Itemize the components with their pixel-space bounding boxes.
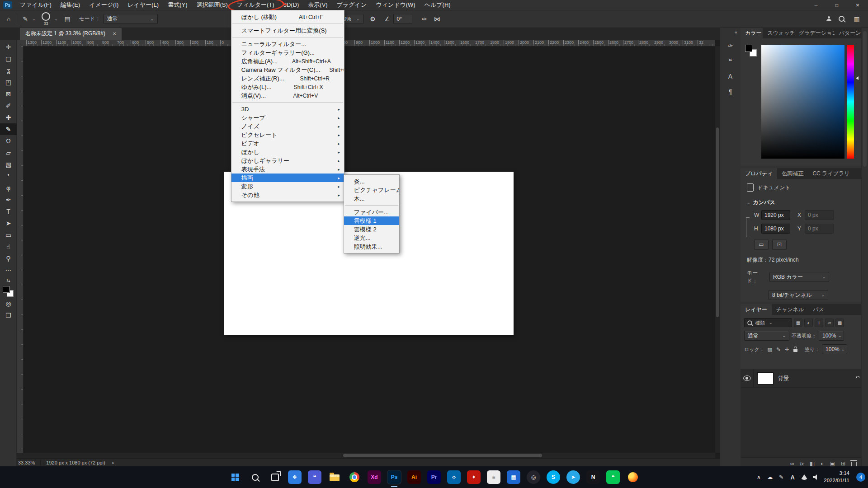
filter-menu-item[interactable]: スマートフィルター用に変換(S) bbox=[231, 26, 344, 35]
horizontal-ruler[interactable]: 1300 1200 1100 1000 900 800 700 600 500 … bbox=[23, 40, 715, 47]
filter-menu-item[interactable]: ニューラルフィルター... bbox=[231, 40, 344, 48]
filter-menu-item[interactable] bbox=[232, 37, 343, 38]
vertical-scrollbar[interactable] bbox=[715, 46, 720, 453]
obs-button[interactable]: ◎ bbox=[524, 466, 543, 488]
zoom-level-field[interactable]: 33.33% bbox=[18, 460, 35, 465]
filter-menu-item[interactable]: 変形 ▸ bbox=[231, 182, 344, 191]
menu-file[interactable]: ファイル(F) bbox=[15, 0, 56, 10]
document-tab[interactable]: 名称未設定 1 @ 33.3% (RGB/8#) ✕ bbox=[20, 28, 122, 40]
render-submenu-item[interactable]: ピクチャフレーム... bbox=[344, 186, 399, 194]
zoom-tool[interactable]: ⚲ bbox=[0, 253, 17, 264]
workspace-switcher-icon[interactable]: ▥ bbox=[852, 13, 862, 25]
filter-menu-item[interactable]: ゆがみ(L)... Shift+Ctrl+X bbox=[231, 83, 344, 91]
menu-window[interactable]: ウィンドウ(W) bbox=[371, 0, 420, 10]
wifi-icon[interactable] bbox=[801, 474, 808, 480]
scrollbar-thumb[interactable] bbox=[343, 454, 542, 457]
filter-shape-layers-icon[interactable]: ▱ bbox=[825, 319, 834, 327]
layer-thumbnail[interactable] bbox=[757, 372, 774, 385]
filter-type-layers-icon[interactable]: T bbox=[815, 319, 823, 327]
color-mode-select[interactable]: RGB カラー ⌄ bbox=[769, 272, 829, 282]
adobe-xd-button[interactable]: Xd bbox=[364, 466, 384, 488]
lock-position-icon[interactable]: ✛ bbox=[784, 347, 790, 352]
ime-mode-indicator[interactable]: A bbox=[789, 474, 796, 481]
telegram-button[interactable]: ➤ bbox=[563, 466, 583, 488]
clone-stamp-tool[interactable]: Ω bbox=[0, 135, 17, 147]
tab-gradients[interactable]: グラデーション bbox=[794, 28, 835, 38]
filter-adjustment-layers-icon[interactable]: ◐ bbox=[804, 319, 813, 327]
filter-menu-item[interactable]: 広角補正(A)... Alt+Shift+Ctrl+A bbox=[231, 57, 344, 66]
bit-depth-select[interactable]: 8 bit/チャンネル ⌄ bbox=[769, 290, 828, 300]
photoshop-button[interactable]: Ps bbox=[384, 466, 404, 488]
pen-icon[interactable]: ✎ bbox=[778, 474, 784, 480]
start-button[interactable] bbox=[225, 466, 245, 488]
crop-tool[interactable]: ◰ bbox=[0, 76, 17, 88]
render-submenu-item[interactable]: 雲模様 2 bbox=[344, 225, 399, 234]
tab-paths[interactable]: パス bbox=[808, 304, 829, 315]
line-button[interactable]: ❝ bbox=[603, 466, 623, 488]
filter-menu-item[interactable]: フィルターギャラリー(G)... bbox=[231, 48, 344, 57]
path-selection-tool[interactable]: ➤ bbox=[0, 217, 17, 229]
expand-panels-icon[interactable]: « bbox=[735, 29, 737, 37]
scrollbar-thumb[interactable] bbox=[863, 31, 867, 167]
search-button[interactable] bbox=[245, 466, 265, 488]
maximize-button[interactable]: □ bbox=[826, 0, 847, 10]
healing-brush-tool[interactable]: ✚ bbox=[0, 112, 17, 123]
pen-tool[interactable]: ✒ bbox=[0, 194, 17, 206]
comments-panel-icon[interactable]: ❝ bbox=[724, 55, 737, 67]
saturation-brightness-field[interactable] bbox=[761, 45, 844, 159]
menu-edit[interactable]: 編集(E) bbox=[56, 0, 85, 10]
tab-channels[interactable]: チャンネル bbox=[772, 304, 808, 315]
panel-scrollbar[interactable] bbox=[861, 28, 868, 466]
fill-select[interactable]: 100% ⌄ bbox=[822, 344, 847, 354]
speaker-icon[interactable] bbox=[813, 474, 819, 480]
render-submenu-item[interactable]: 炎... bbox=[344, 177, 399, 186]
brush-settings-toggle-icon[interactable]: ▤ bbox=[62, 13, 72, 25]
menu-help[interactable]: ヘルプ(H) bbox=[420, 0, 455, 10]
red-app-button[interactable]: ✦ bbox=[464, 466, 484, 488]
hidden-icons-chevron[interactable]: ∧ bbox=[755, 474, 762, 480]
menu-layer[interactable]: レイヤー(L) bbox=[123, 0, 163, 10]
file-explorer-button[interactable] bbox=[325, 466, 344, 488]
chat-button[interactable]: ❝ bbox=[305, 466, 325, 488]
opacity-select[interactable]: 100% ⌄ bbox=[819, 331, 844, 341]
menu-3d[interactable]: 3D(D) bbox=[279, 0, 304, 10]
firefox-button[interactable] bbox=[623, 466, 643, 488]
filter-menu-item[interactable]: ノイズ ▸ bbox=[231, 122, 344, 131]
render-submenu-item[interactable]: 照明効果... bbox=[344, 242, 399, 251]
illustrator-button[interactable]: Ai bbox=[404, 466, 424, 488]
eraser-tool[interactable]: ▱ bbox=[0, 147, 17, 159]
lasso-tool[interactable]: ʓ bbox=[0, 65, 17, 76]
filter-menu-item[interactable]: シャープ ▸ bbox=[231, 113, 344, 122]
close-icon[interactable]: ✕ bbox=[113, 31, 116, 36]
widgets-button[interactable]: ❖ bbox=[285, 466, 305, 488]
gradient-tool[interactable]: ▧ bbox=[0, 159, 17, 170]
marquee-tool[interactable]: ▢ bbox=[0, 53, 17, 65]
hue-slider-marker[interactable] bbox=[854, 76, 859, 80]
filter-menu-item[interactable]: ピクセレート ▸ bbox=[231, 131, 344, 139]
photos-button[interactable]: ▦ bbox=[504, 466, 524, 488]
notion-button[interactable]: N bbox=[583, 466, 603, 488]
layer-row-background[interactable]: 背景 bbox=[741, 369, 861, 388]
layer-filter-select[interactable]: 種類 ⌄ bbox=[744, 318, 792, 327]
move-tool[interactable]: ✛ bbox=[0, 41, 17, 53]
type-tool[interactable]: T bbox=[0, 206, 17, 217]
share-icon[interactable] bbox=[826, 16, 831, 21]
adjustment-layer-icon[interactable]: ◐ bbox=[821, 460, 824, 467]
render-submenu-item[interactable]: 逆光... bbox=[344, 234, 399, 242]
new-group-icon[interactable]: ▣ bbox=[830, 460, 835, 467]
gear-icon[interactable]: ⚙ bbox=[368, 13, 378, 25]
render-submenu-item[interactable]: 雲模様 1 bbox=[344, 216, 399, 225]
edit-toolbar-button[interactable]: ⋯ bbox=[0, 264, 17, 276]
blend-mode-select[interactable]: 通常 ⌄ bbox=[104, 14, 158, 24]
rotate-canvas-button[interactable]: ⊡ bbox=[772, 239, 787, 250]
lock-image-icon[interactable]: ✎ bbox=[775, 347, 782, 352]
close-button[interactable]: ✕ bbox=[847, 0, 868, 10]
lock-all-icon[interactable] bbox=[793, 347, 799, 352]
layer-blend-mode-select[interactable]: 通常 ⌄ bbox=[744, 331, 789, 341]
search-icon[interactable] bbox=[839, 16, 844, 22]
task-view-button[interactable] bbox=[265, 466, 285, 488]
shape-tool[interactable]: ▭ bbox=[0, 229, 17, 241]
filter-menu-item[interactable]: Camera Raw フィルター(C)... Shift+Ctrl+A bbox=[231, 66, 344, 74]
clock[interactable]: 3:14 2022/01/11 bbox=[824, 470, 849, 484]
lock-transparency-icon[interactable]: ▨ bbox=[767, 347, 773, 352]
